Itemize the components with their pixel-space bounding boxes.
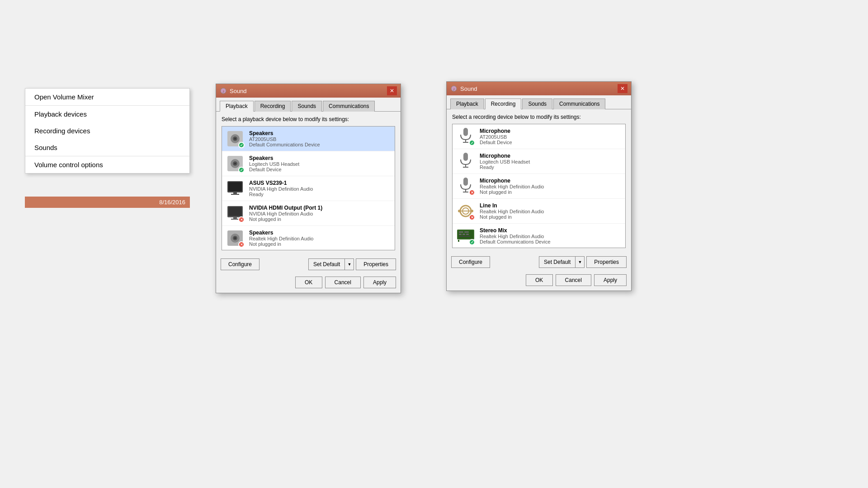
recording-set-default-group: Set Default ▼ <box>539 256 585 268</box>
recording-device-list: ✓ Microphone AT2005USB Default Device <box>452 124 626 248</box>
recording-set-default-button[interactable]: Set Default <box>539 256 575 268</box>
badge-speakers-logitech: ✓ <box>238 167 245 173</box>
svg-text:♪: ♪ <box>222 89 225 94</box>
svg-rect-30 <box>463 178 468 186</box>
device-item-speakers-realtek[interactable]: ✕ Speakers Realtek High Definition Audio… <box>222 226 395 250</box>
playback-dialog-actions: OK Cancel Apply <box>216 274 401 293</box>
svg-rect-45 <box>459 236 470 237</box>
recording-dialog-title: Sound <box>460 85 477 92</box>
recording-dialog-actions: OK Cancel Apply <box>447 272 631 291</box>
recording-apply-button[interactable]: Apply <box>594 274 627 286</box>
menu-item-playback-devices[interactable]: Playback devices <box>25 106 189 122</box>
device-icon-mic-logitech <box>456 152 475 171</box>
tab-rec-playback[interactable]: Playback <box>450 99 484 109</box>
device-icon-nvidia-hdmi: ✕ <box>226 204 245 223</box>
device-item-speakers-at2005[interactable]: ✓ Speakers AT2005USB Default Communicati… <box>222 127 395 151</box>
playback-properties-button[interactable]: Properties <box>356 258 396 270</box>
device-item-line-in[interactable]: ✕ Line In Realtek High Definition Audio … <box>453 199 625 224</box>
playback-ok-button[interactable]: OK <box>295 277 322 288</box>
tab-rec-communications[interactable]: Communications <box>553 99 605 109</box>
tab-communications[interactable]: Communications <box>323 101 375 112</box>
badge-mic-realtek: ✕ <box>469 189 475 196</box>
svg-rect-46 <box>458 240 459 242</box>
playback-dialog-titlebar: ♪ Sound ✕ <box>216 84 401 98</box>
playback-device-list: ✓ Speakers AT2005USB Default Communicati… <box>222 126 395 250</box>
menu-item-recording-devices[interactable]: Recording devices <box>25 122 189 139</box>
svg-point-5 <box>234 138 236 140</box>
svg-rect-41 <box>464 231 469 233</box>
tab-rec-sounds[interactable]: Sounds <box>522 99 552 109</box>
device-item-speakers-logitech[interactable]: ✓ Speakers Logitech USB Headset Default … <box>222 151 395 176</box>
playback-set-default-arrow[interactable]: ▼ <box>344 258 354 270</box>
device-icon-speakers-logitech: ✓ <box>226 154 245 173</box>
svg-rect-44 <box>466 234 469 235</box>
device-info-nvidia-hdmi: NVIDIA HDMI Output (Port 1) NVIDIA High … <box>249 205 391 222</box>
device-info-stereo-mix: Stereo Mix Realtek High Definition Audio… <box>480 227 622 244</box>
device-item-stereo-mix[interactable]: ✓ Stereo Mix Realtek High Definition Aud… <box>453 224 625 248</box>
device-icon-speakers-realtek: ✕ <box>226 229 245 248</box>
menu-item-sounds[interactable]: Sounds <box>25 139 189 156</box>
svg-rect-42 <box>459 234 462 235</box>
device-icon-mic-realtek: ✕ <box>456 177 475 196</box>
recording-dialog-titlebar: ♪ Sound ✕ <box>447 82 631 95</box>
badge-speakers-at2005: ✓ <box>238 142 245 148</box>
recording-cancel-button[interactable]: Cancel <box>556 274 591 286</box>
playback-close-button[interactable]: ✕ <box>387 86 397 95</box>
svg-rect-24 <box>463 128 468 136</box>
playback-tabs-bar: Playback Recording Sounds Communications <box>216 98 401 111</box>
svg-rect-13 <box>231 194 239 195</box>
badge-stereo-mix: ✓ <box>469 239 475 245</box>
playback-dialog-title: Sound <box>230 88 247 94</box>
svg-rect-11 <box>228 182 242 191</box>
device-icon-mic-at2005: ✓ <box>456 127 475 146</box>
recording-configure-button[interactable]: Configure <box>451 256 490 268</box>
device-item-nvidia-hdmi[interactable]: ✕ NVIDIA HDMI Output (Port 1) NVIDIA Hig… <box>222 201 395 226</box>
dialog-sound-icon: ♪ <box>220 87 227 94</box>
taskbar-date: 8/16/2016 <box>25 197 190 208</box>
context-menu: Open Volume Mixer Playback devices Recor… <box>25 88 190 174</box>
playback-configure-button[interactable]: Configure <box>221 258 259 270</box>
badge-line-in: ✕ <box>469 214 475 221</box>
badge-mic-at2005: ✓ <box>469 140 475 146</box>
recording-instruction: Select a recording device below to modif… <box>452 114 626 120</box>
playback-set-default-button[interactable]: Set Default <box>308 258 344 270</box>
device-info-line-in: Line In Realtek High Definition Audio No… <box>480 202 622 220</box>
recording-dialog-content: Select a recording device below to modif… <box>447 109 631 253</box>
tab-rec-recording[interactable]: Recording <box>485 99 522 109</box>
playback-dialog: ♪ Sound ✕ Playback Recording Sounds Comm… <box>216 84 401 293</box>
device-item-mic-at2005[interactable]: ✓ Microphone AT2005USB Default Device <box>453 124 625 149</box>
menu-item-volume-control-options[interactable]: Volume control options <box>25 156 189 173</box>
playback-dialog-content: Select a playback device below to modify… <box>216 111 401 255</box>
svg-point-37 <box>471 210 473 212</box>
device-icon-stereo-mix: ✓ <box>456 226 475 245</box>
svg-text:♪: ♪ <box>453 87 455 91</box>
device-item-mic-logitech[interactable]: Microphone Logitech USB Headset Ready <box>453 149 625 174</box>
device-item-mic-realtek[interactable]: ✕ Microphone Realtek High Definition Aud… <box>453 174 625 199</box>
svg-rect-43 <box>462 234 465 235</box>
recording-ok-button[interactable]: OK <box>526 274 553 286</box>
recording-close-button[interactable]: ✕ <box>618 84 627 93</box>
svg-rect-27 <box>463 153 468 161</box>
playback-cancel-button[interactable]: Cancel <box>325 277 361 288</box>
device-info-mic-at2005: Microphone AT2005USB Default Device <box>480 128 622 145</box>
device-icon-line-in: ✕ <box>456 202 475 221</box>
tab-recording[interactable]: Recording <box>255 101 291 112</box>
svg-point-36 <box>458 210 461 212</box>
device-info-mic-realtek: Microphone Realtek High Definition Audio… <box>480 178 622 195</box>
badge-speakers-realtek: ✕ <box>238 241 245 248</box>
playback-apply-button[interactable]: Apply <box>363 277 396 288</box>
device-info-speakers-at2005: Speakers AT2005USB Default Communication… <box>249 130 391 147</box>
tab-sounds[interactable]: Sounds <box>292 101 322 112</box>
device-item-asus-vs239[interactable]: ASUS VS239-1 NVIDIA High Definition Audi… <box>222 176 395 201</box>
recording-properties-button[interactable]: Properties <box>586 256 627 268</box>
recording-dialog-bottom: Configure Set Default ▼ Properties <box>447 253 631 272</box>
recording-set-default-arrow[interactable]: ▼ <box>575 256 585 268</box>
recording-dialog: ♪ Sound ✕ Playback Recording Sounds Comm… <box>446 81 632 291</box>
recording-tabs-bar: Playback Recording Sounds Communications <box>447 95 631 109</box>
recording-dialog-sound-icon: ♪ <box>450 85 458 92</box>
menu-item-open-volume-mixer[interactable]: Open Volume Mixer <box>25 89 189 105</box>
tab-playback[interactable]: Playback <box>220 101 254 112</box>
svg-point-9 <box>234 163 236 164</box>
badge-nvidia-hdmi: ✕ <box>238 216 245 223</box>
device-info-mic-logitech: Microphone Logitech USB Headset Ready <box>480 153 622 170</box>
